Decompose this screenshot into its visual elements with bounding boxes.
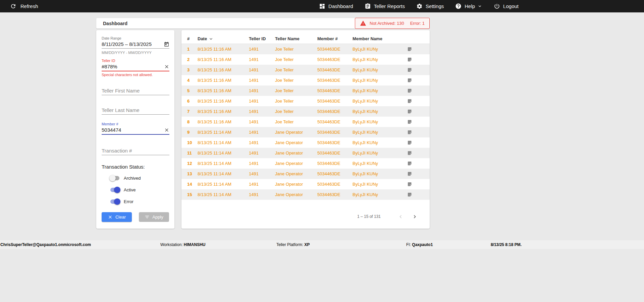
nav-dashboard-label: Dashboard bbox=[328, 3, 353, 9]
note-icon[interactable] bbox=[407, 192, 413, 197]
nav-help[interactable]: Help bbox=[455, 3, 482, 9]
prev-page-button[interactable] bbox=[396, 212, 405, 221]
platform-label: Teller Platform: bbox=[276, 242, 304, 247]
row-member-name: ByLyJI KUNy bbox=[353, 171, 407, 176]
row-member-number: 5034463DE bbox=[317, 150, 353, 156]
table-row[interactable]: 3 8/13/25 11:16 AM 1491 Joe Teller 50344… bbox=[181, 65, 430, 75]
note-icon[interactable] bbox=[407, 88, 413, 93]
note-icon[interactable] bbox=[407, 171, 413, 176]
row-date: 8/13/25 11:16 AM bbox=[198, 67, 249, 72]
transaction-number-input[interactable] bbox=[102, 147, 169, 155]
teller-first-name-input[interactable] bbox=[102, 87, 169, 95]
table-row[interactable]: 11 8/13/25 11:14 AM 1491 Jane Operator 5… bbox=[181, 148, 430, 158]
date-range-underline bbox=[102, 48, 169, 49]
nav-help-label: Help bbox=[465, 3, 475, 9]
alert-not-archived: Not Archived: 130 bbox=[370, 21, 404, 26]
note-icon[interactable] bbox=[407, 109, 413, 114]
table-row[interactable]: 5 8/13/25 11:16 AM 1491 Joe Teller 50344… bbox=[181, 85, 430, 96]
row-member-number: 5034463DE bbox=[317, 99, 353, 104]
note-icon[interactable] bbox=[407, 161, 413, 166]
table-row[interactable]: 15 8/13/25 11:14 AM 1491 Jane Operator 5… bbox=[181, 189, 430, 200]
row-date: 8/13/25 11:14 AM bbox=[198, 171, 249, 176]
note-icon[interactable] bbox=[407, 119, 413, 124]
note-icon[interactable] bbox=[407, 140, 413, 145]
nav-teller-reports[interactable]: Teller Reports bbox=[365, 3, 405, 9]
active-toggle[interactable] bbox=[110, 188, 119, 192]
toggle-thumb bbox=[114, 187, 120, 193]
col-teller-id: Teller ID bbox=[249, 36, 275, 41]
table-row[interactable]: 6 8/13/25 11:16 AM 1491 Joe Teller 50344… bbox=[181, 96, 430, 106]
row-number: 15 bbox=[187, 192, 198, 197]
row-teller-name: Joe Teller bbox=[275, 88, 317, 93]
nav-logout[interactable]: Logout bbox=[494, 3, 519, 9]
table-row[interactable]: 9 8/13/25 11:14 AM 1491 Jane Operator 50… bbox=[181, 127, 430, 137]
close-icon[interactable] bbox=[164, 64, 169, 69]
refresh-label: Refresh bbox=[20, 3, 38, 9]
clear-button[interactable]: Clear bbox=[102, 212, 132, 222]
note-icon[interactable] bbox=[407, 130, 413, 135]
calendar-icon[interactable] bbox=[164, 42, 169, 47]
col-date[interactable]: Date bbox=[198, 36, 249, 42]
pagination-range: 1 – 15 of 131 bbox=[357, 214, 381, 219]
table-row[interactable]: 8 8/13/25 11:16 AM 1491 Joe Teller 50344… bbox=[181, 117, 430, 127]
report-icon bbox=[365, 3, 371, 9]
row-date: 8/13/25 11:14 AM bbox=[198, 140, 249, 145]
filter-panel: Date Range MM/DD/YYYY - MM/DD/YYYY Telle… bbox=[96, 30, 174, 229]
teller-id-input[interactable] bbox=[102, 63, 164, 71]
platform-value: XP bbox=[304, 242, 310, 247]
fi-info: FI: Qaxpauto1 bbox=[406, 242, 433, 247]
table-row[interactable]: 14 8/13/25 11:14 AM 1491 Jane Operator 5… bbox=[181, 179, 430, 189]
refresh-button[interactable]: Refresh bbox=[10, 3, 38, 9]
nav-settings[interactable]: Settings bbox=[416, 3, 444, 9]
row-date: 8/13/25 11:16 AM bbox=[198, 109, 249, 114]
row-member-name: ByLyJI KUNy bbox=[353, 140, 407, 145]
alert-banner[interactable]: Not Archived: 130 Error: 1 bbox=[355, 18, 430, 29]
row-teller-name: Jane Operator bbox=[275, 171, 317, 176]
table-row[interactable]: 1 8/13/25 11:16 AM 1491 Joe Teller 50344… bbox=[181, 44, 430, 54]
note-icon[interactable] bbox=[407, 150, 413, 156]
row-member-number: 5034463DE bbox=[317, 161, 353, 166]
note-icon[interactable] bbox=[407, 78, 413, 83]
date-range-input[interactable] bbox=[102, 40, 164, 48]
row-date: 8/13/25 11:14 AM bbox=[198, 192, 249, 197]
member-number-input[interactable] bbox=[102, 126, 164, 134]
close-icon bbox=[108, 215, 113, 220]
row-number: 4 bbox=[187, 78, 198, 83]
table-row[interactable]: 2 8/13/25 11:16 AM 1491 Joe Teller 50344… bbox=[181, 54, 430, 65]
teller-last-name-input[interactable] bbox=[102, 106, 169, 114]
row-date: 8/13/25 11:14 AM bbox=[198, 182, 249, 187]
row-member-name: ByLyJI KUNy bbox=[353, 161, 407, 166]
nav-dashboard[interactable]: Dashboard bbox=[319, 3, 353, 9]
toggle-thumb bbox=[109, 175, 116, 181]
error-toggle[interactable] bbox=[110, 199, 119, 204]
alert-error-count: Error: 1 bbox=[410, 21, 425, 26]
row-member-number: 5034463DE bbox=[317, 130, 353, 135]
table-row[interactable]: 10 8/13/25 11:14 AM 1491 Jane Operator 5… bbox=[181, 137, 430, 148]
note-icon[interactable] bbox=[407, 47, 413, 52]
row-member-number: 5034463DE bbox=[317, 119, 353, 124]
note-icon[interactable] bbox=[407, 57, 413, 62]
dashboard-icon bbox=[319, 3, 325, 9]
next-page-button[interactable] bbox=[410, 212, 419, 221]
archived-toggle[interactable] bbox=[110, 176, 119, 180]
note-icon[interactable] bbox=[407, 99, 413, 104]
row-teller-name: Joe Teller bbox=[275, 47, 317, 52]
table-row[interactable]: 7 8/13/25 11:16 AM 1491 Joe Teller 50344… bbox=[181, 106, 430, 117]
help-icon bbox=[455, 3, 462, 9]
row-number: 8 bbox=[187, 119, 198, 124]
row-member-name: ByLyJI KUNy bbox=[353, 150, 407, 156]
row-teller-id: 1491 bbox=[249, 171, 275, 176]
apply-button[interactable]: Apply bbox=[139, 212, 169, 222]
table-row[interactable]: 4 8/13/25 11:16 AM 1491 Joe Teller 50344… bbox=[181, 75, 430, 85]
row-member-number: 5034463DE bbox=[317, 109, 353, 114]
row-member-name: ByLyJI KUNy bbox=[353, 119, 407, 124]
table-row[interactable]: 12 8/13/25 11:14 AM 1491 Jane Operator 5… bbox=[181, 158, 430, 169]
note-icon[interactable] bbox=[407, 182, 413, 187]
table-row[interactable]: 13 8/13/25 11:14 AM 1491 Jane Operator 5… bbox=[181, 169, 430, 179]
teller-platform-info: Teller Platform: XP bbox=[276, 242, 310, 247]
note-icon[interactable] bbox=[407, 67, 413, 72]
close-icon[interactable] bbox=[164, 127, 169, 133]
row-member-name: ByLyJI KUNy bbox=[353, 57, 407, 62]
table-body: 1 8/13/25 11:16 AM 1491 Joe Teller 50344… bbox=[181, 44, 430, 200]
row-member-name: ByLyJI KUNy bbox=[353, 109, 407, 114]
